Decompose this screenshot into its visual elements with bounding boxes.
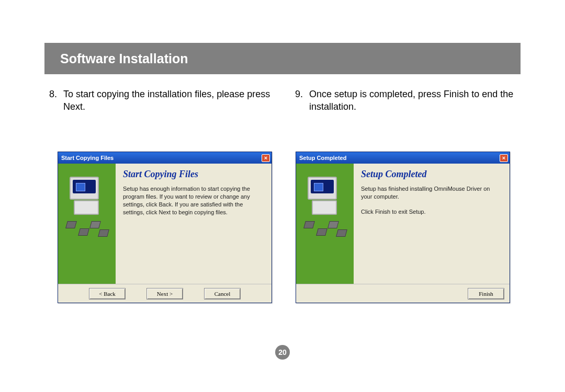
step-text: To start copying the installation files,… xyxy=(63,88,275,113)
dialog-body: Start Copying Files Setup has enough inf… xyxy=(58,164,272,284)
section-title: Software Installation xyxy=(60,51,188,66)
titlebar[interactable]: Setup Completed × xyxy=(296,152,510,164)
wizard-dialog-copying: Start Copying Files × Start Copying File… xyxy=(58,152,272,303)
wizard-title: Setup Completed xyxy=(361,169,502,180)
floppy-icon xyxy=(316,228,327,236)
wizard-title: Start Copying Files xyxy=(123,169,264,180)
step-text: Once setup is completed, press Finish to… xyxy=(309,88,521,113)
floppy-icon xyxy=(336,229,347,237)
floppy-icon xyxy=(89,221,101,228)
computer-icon xyxy=(70,177,99,200)
wizard-body-text: Setup has finished installing OmniMouse … xyxy=(361,185,502,201)
button-row: < Back Next > Cancel xyxy=(58,284,272,303)
button-row: Finish xyxy=(296,284,510,303)
step-number: 8. xyxy=(44,88,57,113)
floppy-icon xyxy=(303,221,315,228)
wizard-graphic xyxy=(58,164,116,284)
computer-base-icon xyxy=(312,200,337,215)
close-icon[interactable]: × xyxy=(500,154,508,162)
back-button[interactable]: < Back xyxy=(89,288,126,299)
finish-button[interactable]: Finish xyxy=(468,288,504,299)
wizard-body-text: Click Finish to exit Setup. xyxy=(361,208,502,216)
computer-icon xyxy=(308,177,337,200)
instruction-step-8: 8. To start copying the installation fil… xyxy=(44,88,275,113)
titlebar-text: Setup Completed xyxy=(299,155,346,161)
floppy-icon xyxy=(327,221,339,228)
instruction-step-9: 9. Once setup is completed, press Finish… xyxy=(290,88,521,113)
titlebar[interactable]: Start Copying Files × xyxy=(58,152,272,164)
titlebar-text: Start Copying Files xyxy=(61,155,114,161)
page-number-badge: 20 xyxy=(275,345,290,360)
section-header: Software Installation xyxy=(44,43,521,74)
floppy-icon xyxy=(98,229,109,237)
dialog-body: Setup Completed Setup has finished insta… xyxy=(296,164,510,284)
floppy-icon xyxy=(78,228,89,236)
wizard-body-text: Setup has enough information to start co… xyxy=(123,185,264,216)
wizard-content: Setup Completed Setup has finished insta… xyxy=(354,164,510,284)
floppy-icon xyxy=(65,221,77,228)
wizard-graphic xyxy=(296,164,354,284)
instruction-row: 8. To start copying the installation fil… xyxy=(44,88,521,113)
next-button[interactable]: Next > xyxy=(146,288,183,299)
close-icon[interactable]: × xyxy=(262,154,270,162)
wizard-content: Start Copying Files Setup has enough inf… xyxy=(116,164,272,284)
computer-base-icon xyxy=(74,200,99,215)
wizard-dialog-completed: Setup Completed × Setup Completed Setup … xyxy=(296,152,510,303)
step-number: 9. xyxy=(290,88,303,113)
cancel-button[interactable]: Cancel xyxy=(204,288,241,299)
